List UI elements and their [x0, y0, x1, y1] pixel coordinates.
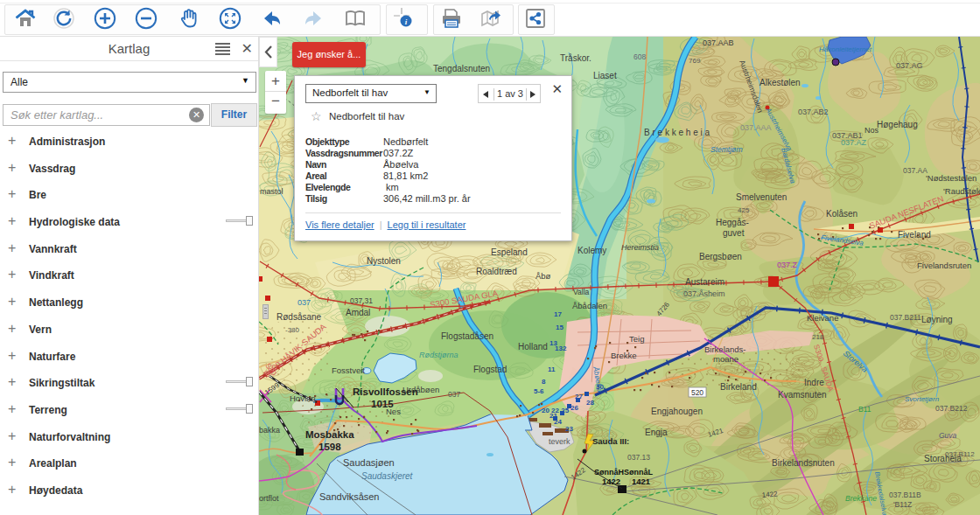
- svg-text:guvet: guvet: [723, 228, 745, 238]
- svg-text:Alkestølen: Alkestølen: [760, 78, 801, 87]
- svg-text:1015: 1015: [371, 399, 394, 409]
- svg-text:Valla: Valla: [573, 288, 590, 296]
- svg-text:Saudaskjeret: Saudaskjeret: [361, 471, 414, 481]
- svg-text:Fiveland: Fiveland: [898, 230, 931, 240]
- svg-text:037.B112: 037.B112: [945, 450, 975, 458]
- svg-text:037.B11B: 037.B11B: [889, 491, 921, 499]
- svg-text:Liaset: Liaset: [593, 71, 617, 80]
- svg-text:769: 769: [689, 57, 701, 65]
- svg-text:037,31: 037,31: [350, 296, 373, 305]
- svg-text:Austareim: Austareim: [685, 277, 724, 287]
- svg-text:28: 28: [586, 399, 594, 407]
- svg-text:moane: moane: [713, 354, 738, 364]
- svg-text:11: 11: [548, 365, 556, 373]
- svg-text:Høgehaug: Høgehaug: [877, 120, 918, 129]
- svg-text:Flogstad: Flogstad: [473, 365, 507, 374]
- svg-text:21: 21: [550, 412, 557, 420]
- svg-text:Smelvenuten: Smelvenuten: [736, 192, 787, 202]
- svg-text:30: 30: [596, 383, 604, 391]
- svg-text:Indre: Indre: [804, 378, 824, 387]
- svg-text:037.AA: 037.AA: [903, 166, 928, 175]
- svg-text:Fosstveit: Fosstveit: [332, 365, 365, 375]
- svg-text:B r e k k e h e i a: B r e k k e h e i a: [644, 128, 710, 137]
- svg-text:'Nødstestølen: 'Nødstestølen: [926, 173, 976, 183]
- svg-text:Mosbakka: Mosbakka: [305, 429, 354, 440]
- svg-text:Kleivane: Kleivane: [807, 313, 838, 323]
- svg-text:SønnåH: SønnåH: [594, 468, 624, 477]
- svg-text:Risvollfossen: Risvollfossen: [353, 386, 418, 397]
- svg-text:Bergsbøen: Bergsbøen: [699, 252, 742, 261]
- svg-text:037.AG: 037.AG: [896, 61, 923, 70]
- svg-text:Brekke: Brekke: [611, 351, 637, 360]
- svg-text:Rødstjørna: Rødstjørna: [419, 351, 458, 359]
- svg-text:Nystolen: Nystolen: [367, 256, 401, 266]
- svg-text:B11: B11: [858, 405, 872, 414]
- svg-text:8: 8: [542, 378, 546, 386]
- svg-text:5-6: 5-6: [534, 387, 544, 395]
- svg-text:Teig: Teig: [629, 334, 644, 344]
- svg-text:Brekkane: Brekkane: [845, 494, 877, 503]
- svg-text:037.AB2: 037.AB2: [798, 108, 829, 116]
- svg-text:Svortetjørn: Svortetjørn: [905, 395, 940, 403]
- svg-text:1422: 1422: [761, 490, 778, 499]
- svg-text:Heggås-: Heggås-: [716, 218, 749, 227]
- svg-text:teverk: teverk: [549, 437, 570, 446]
- svg-text:bakka: bakka: [259, 426, 280, 435]
- svg-text:520: 520: [691, 388, 704, 397]
- svg-text:1421: 1421: [632, 477, 651, 486]
- svg-text:Tråskor.: Tråskor.: [560, 53, 592, 63]
- svg-text:23: 23: [565, 425, 573, 433]
- svg-text:037.AAB: 037.AAB: [703, 38, 734, 47]
- svg-text:Sauda III:: Sauda III:: [592, 436, 629, 446]
- svg-text:037.Z: 037.Z: [777, 261, 798, 269]
- svg-text:037.AAA: 037.AAA: [740, 123, 772, 132]
- svg-text:037.Åsheim: 037.Åsheim: [683, 289, 725, 298]
- svg-text:Hovlan: Hovlan: [290, 393, 316, 403]
- svg-text:Stemtjørn: Stemtjørn: [710, 145, 743, 154]
- svg-text:Holland: Holland: [518, 342, 548, 351]
- svg-text:Amdal: Amdal: [346, 308, 370, 317]
- svg-text:037: 037: [448, 390, 460, 399]
- svg-text:'B11Z: 'B11Z: [893, 500, 912, 509]
- svg-text:Kolåsen: Kolåsen: [826, 209, 858, 219]
- svg-text:Hereimstia: Hereimstia: [621, 243, 659, 252]
- svg-text:Kolemy: Kolemy: [578, 246, 606, 255]
- svg-text:Guva: Guva: [939, 431, 957, 440]
- svg-text:037.B211: 037.B211: [890, 313, 921, 322]
- svg-text:Engjahougen: Engjahougen: [651, 407, 703, 416]
- svg-text:Tengdalsnuten: Tengdalsnuten: [433, 64, 490, 73]
- svg-text:Nos: Nos: [864, 126, 879, 135]
- svg-text:Birkelandsnuten: Birkelandsnuten: [772, 458, 835, 468]
- svg-text:-380: -380: [285, 326, 300, 334]
- svg-text:Håkonleitetjernet: Håkonleitetjernet: [819, 45, 872, 53]
- svg-text:037.13: 037.13: [627, 453, 650, 462]
- svg-text:037.B212: 037.B212: [935, 404, 968, 413]
- svg-text:'Raudstøle: 'Raudstøle: [943, 186, 980, 196]
- svg-text:mastol: mastol: [260, 187, 284, 196]
- svg-text:Engja: Engja: [645, 428, 668, 437]
- svg-text:037.AZ: 037.AZ: [841, 138, 867, 147]
- svg-text:Åbø: Åbø: [536, 271, 551, 281]
- svg-text:26: 26: [570, 404, 578, 412]
- svg-text:ortflot: ortflot: [259, 494, 279, 503]
- svg-text:1598: 1598: [318, 442, 341, 452]
- svg-text:Flogstadåsen: Flogstadåsen: [441, 331, 494, 341]
- svg-text:Sandviksåsen: Sandviksåsen: [319, 491, 380, 502]
- svg-text:Birkeland: Birkeland: [720, 382, 757, 392]
- svg-text:Birkelands-: Birkelands-: [704, 344, 746, 354]
- svg-text:Rødsåsane: Rødsåsane: [276, 312, 322, 322]
- svg-text:Fivelandsruten: Fivelandsruten: [917, 261, 971, 270]
- svg-text:Roaldtræd: Roaldtræd: [476, 267, 517, 276]
- svg-text:Saudasjøen: Saudasjøen: [343, 457, 395, 468]
- svg-text:15: 15: [556, 324, 564, 331]
- svg-text:Løyning: Løyning: [921, 315, 953, 324]
- svg-text:17: 17: [554, 310, 562, 318]
- svg-text:Espeland: Espeland: [491, 247, 528, 257]
- svg-text:425: 425: [738, 206, 750, 214]
- svg-text:1422: 1422: [602, 477, 620, 486]
- svg-text:037: 037: [298, 298, 311, 307]
- svg-text:Åbådalen: Åbådalen: [572, 301, 607, 310]
- svg-text:218: 218: [812, 333, 824, 341]
- svg-text:27: 27: [575, 393, 583, 400]
- svg-text:608: 608: [634, 52, 646, 61]
